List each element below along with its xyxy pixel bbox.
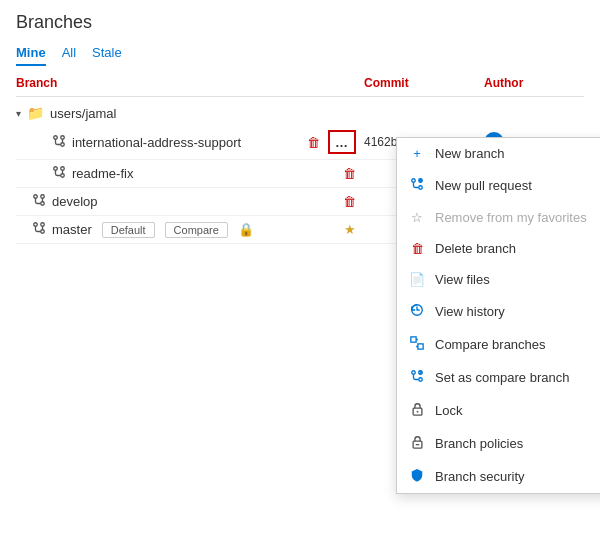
branch-name-cell: develop xyxy=(32,193,343,210)
svg-point-10 xyxy=(41,195,45,199)
chevron-icon: ▾ xyxy=(16,108,21,119)
svg-point-4 xyxy=(54,167,58,171)
menu-label: Compare branches xyxy=(435,337,546,352)
col-commit-header: Commit xyxy=(364,76,484,90)
branch-icon xyxy=(32,221,46,238)
branch-icon xyxy=(52,165,66,182)
badge-default: Default xyxy=(102,222,155,238)
svg-point-5 xyxy=(61,174,65,178)
plus-icon: + xyxy=(409,146,425,161)
action-icons: 🗑 … xyxy=(307,130,356,154)
badge-compare[interactable]: Compare xyxy=(165,222,228,238)
menu-item-delete-branch[interactable]: 🗑 Delete branch xyxy=(397,233,600,264)
svg-rect-21 xyxy=(411,337,416,342)
menu-label: View history xyxy=(435,304,505,319)
col-author-header: Author xyxy=(484,76,584,90)
table-header: Branch Commit Author xyxy=(16,70,584,97)
tab-mine[interactable]: Mine xyxy=(16,41,46,66)
svg-point-12 xyxy=(34,223,38,227)
svg-point-17 xyxy=(419,186,423,190)
svg-point-9 xyxy=(41,202,45,206)
branch-icon xyxy=(32,193,46,210)
branch-rows-container: ▾ 📁 users/jamal int xyxy=(16,101,584,244)
menu-item-compare-branches[interactable]: Compare branches xyxy=(397,328,600,361)
lock-icon: 🔒 xyxy=(238,222,254,237)
set-compare-icon xyxy=(409,369,425,386)
action-icons: 🗑 xyxy=(343,194,356,209)
menu-label: Remove from my favorites xyxy=(435,210,587,225)
menu-item-remove-favorites: ☆ Remove from my favorites xyxy=(397,202,600,233)
more-button[interactable]: … xyxy=(328,130,356,154)
branch-name[interactable]: international-address-support xyxy=(72,135,241,150)
svg-point-16 xyxy=(412,179,416,183)
branch-icon xyxy=(52,134,66,151)
branch-name[interactable]: readme-fix xyxy=(72,166,133,181)
star-outline-icon: ☆ xyxy=(409,210,425,225)
branch-name[interactable]: master xyxy=(52,222,92,237)
svg-point-1 xyxy=(61,142,65,146)
file-icon: 📄 xyxy=(409,272,425,287)
menu-label: Delete branch xyxy=(435,241,516,256)
menu-label: New branch xyxy=(435,146,504,161)
folder-icon: 📁 xyxy=(27,105,44,121)
menu-label: View files xyxy=(435,272,490,287)
security-icon xyxy=(409,468,425,485)
delete-icon[interactable]: 🗑 xyxy=(343,166,356,181)
dropdown-menu: + New branch New pull request xyxy=(396,137,600,494)
group-header-users-jamal[interactable]: ▾ 📁 users/jamal xyxy=(16,101,584,125)
svg-point-2 xyxy=(61,135,65,139)
policies-icon xyxy=(409,435,425,452)
tab-stale[interactable]: Stale xyxy=(92,41,122,66)
branch-name-cell: readme-fix xyxy=(52,165,343,182)
action-icons: ★ xyxy=(344,222,356,237)
menu-item-set-compare[interactable]: Set as compare branch xyxy=(397,361,600,394)
svg-point-26 xyxy=(419,378,423,382)
menu-item-new-branch[interactable]: + New branch xyxy=(397,138,600,169)
menu-label: New pull request xyxy=(435,178,532,193)
menu-label: Set as compare branch xyxy=(435,370,569,385)
trash-icon: 🗑 xyxy=(409,241,425,256)
menu-item-view-history[interactable]: View history xyxy=(397,295,600,328)
branch-name[interactable]: develop xyxy=(52,194,98,209)
branch-name-cell: international-address-support xyxy=(52,134,307,151)
history-icon xyxy=(409,303,425,320)
col-branch-header: Branch xyxy=(16,76,364,90)
menu-item-branch-security[interactable]: Branch security xyxy=(397,460,600,493)
star-icon[interactable]: ★ xyxy=(344,222,356,237)
svg-point-6 xyxy=(61,167,65,171)
svg-point-14 xyxy=(41,223,45,227)
delete-icon[interactable]: 🗑 xyxy=(307,135,320,150)
page-title: Branches xyxy=(16,12,584,33)
menu-item-branch-policies[interactable]: Branch policies xyxy=(397,427,600,460)
delete-icon[interactable]: 🗑 xyxy=(343,194,356,209)
menu-label: Lock xyxy=(435,403,462,418)
tab-all[interactable]: All xyxy=(62,41,76,66)
compare-icon xyxy=(409,336,425,353)
menu-label: Branch security xyxy=(435,469,525,484)
svg-point-8 xyxy=(34,195,38,199)
svg-point-0 xyxy=(54,135,58,139)
menu-item-view-files[interactable]: 📄 View files xyxy=(397,264,600,295)
page-container: Branches Mine All Stale Branch Commit Au… xyxy=(0,0,600,244)
group-name: users/jamal xyxy=(50,106,116,121)
menu-label: Branch policies xyxy=(435,436,523,451)
lock-icon xyxy=(409,402,425,419)
tabs-bar: Mine All Stale xyxy=(16,41,584,66)
svg-point-13 xyxy=(41,230,45,234)
action-icons: 🗑 xyxy=(343,166,356,181)
svg-point-29 xyxy=(416,411,418,413)
svg-rect-22 xyxy=(418,344,423,349)
svg-point-25 xyxy=(412,371,416,375)
menu-item-lock[interactable]: Lock xyxy=(397,394,600,427)
branch-name-cell: master Default Compare 🔒 xyxy=(32,221,344,238)
menu-item-new-pull-request[interactable]: New pull request xyxy=(397,169,600,202)
pull-request-icon xyxy=(409,177,425,194)
